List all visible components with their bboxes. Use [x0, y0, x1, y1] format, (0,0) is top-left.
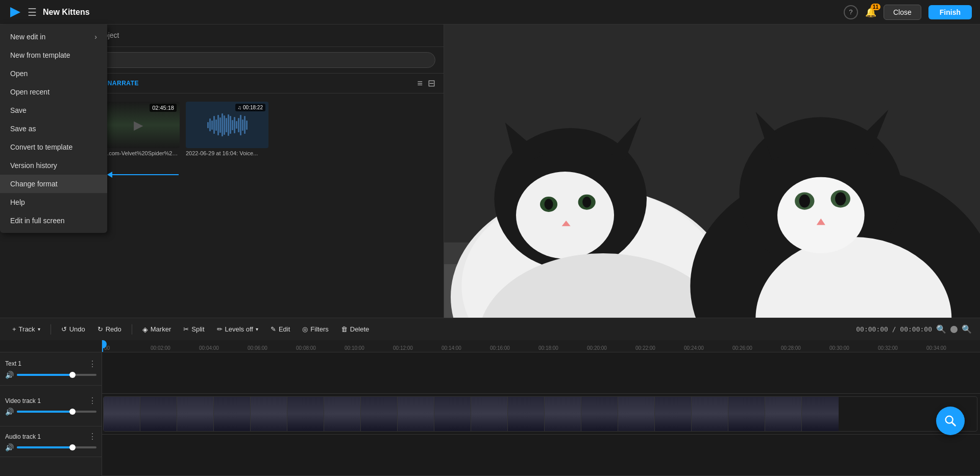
menu-item-save[interactable]: Save	[0, 101, 107, 120]
toolbar-separator	[51, 324, 51, 335]
notification-button[interactable]: 🔔 11	[865, 7, 876, 18]
chevron-down-small-icon: ▾	[38, 326, 40, 332]
menu-label-new-template: New from template	[10, 51, 70, 59]
volume-slider-video[interactable]	[17, 411, 96, 413]
fab-search-button[interactable]	[936, 407, 965, 435]
timeline-ruler: 00 00:02:00 00:04:00 00:06:00 00:08:00 0…	[102, 340, 980, 352]
menu-item-help[interactable]: Help	[0, 193, 107, 211]
thumb-15	[618, 397, 655, 432]
menu-item-open-recent[interactable]: Open recent	[0, 83, 107, 101]
volume-icon-3: 🔊	[5, 443, 14, 451]
thumb-5	[251, 397, 287, 432]
zoom-search-right-icon[interactable]: 🔍	[962, 324, 972, 334]
zoom-thumb[interactable]	[950, 326, 958, 333]
ruler-tick-1: 00:02:00	[151, 341, 170, 351]
redo-button[interactable]: ↻ Redo	[93, 323, 126, 335]
text-track-label: Text 1 ⋮ 🔊	[0, 352, 102, 386]
thumb-9	[398, 397, 434, 432]
ruler-tick-10: 00:20:00	[587, 341, 607, 351]
volume-slider-audio[interactable]	[17, 446, 96, 448]
thumb-13	[545, 397, 581, 432]
add-track-button[interactable]: + Track ▾	[8, 323, 44, 335]
edit-button[interactable]: ✎ Edit	[266, 323, 294, 335]
text-track-name: Text 1	[5, 360, 21, 367]
menu-item-save-as[interactable]: Save as	[0, 120, 107, 138]
menu-item-new-template[interactable]: New from template	[0, 46, 107, 64]
svg-point-24	[799, 195, 810, 208]
edit-icon: ✎	[271, 325, 276, 333]
thumb-20	[802, 397, 839, 432]
menu-item-version-history[interactable]: Version history	[0, 156, 107, 175]
video-track-label: Video track 1 ⋮ 🔊	[0, 386, 102, 426]
zoom-search-icon[interactable]: 🔍	[936, 324, 946, 334]
toolbar-separator-2	[132, 324, 132, 335]
playhead[interactable]	[102, 340, 104, 352]
video-track-volume: 🔊	[5, 408, 96, 416]
menu-button[interactable]: ☰	[28, 6, 37, 18]
menu-label-help: Help	[10, 198, 25, 206]
marker-label: Marker	[151, 325, 171, 333]
media-item-audio[interactable]: ♫ 00:18:22 2022-06-29 at 16:04: Voice...	[186, 102, 268, 156]
trash-icon: 🗑	[341, 325, 348, 333]
thumb-8	[361, 397, 398, 432]
media-item-label: 2022-06-29 at 16:04: Voice...	[186, 150, 268, 156]
video-clip[interactable]	[103, 396, 977, 432]
levels-label: Levels off	[225, 325, 253, 333]
fab-search-icon	[943, 414, 958, 428]
menu-item-open[interactable]: Open	[0, 64, 107, 83]
filters-button[interactable]: ◎ Filters	[298, 323, 332, 335]
thumb-7	[324, 397, 361, 432]
thumb-19	[765, 397, 802, 432]
undo-icon: ↺	[61, 325, 67, 333]
delete-button[interactable]: 🗑 Delete	[337, 323, 374, 335]
marker-button[interactable]: ◈ Marker	[138, 323, 175, 336]
chevron-levels-icon: ▾	[256, 326, 258, 332]
svg-point-13	[582, 197, 591, 207]
timeline-tracks: 00 00:02:00 00:04:00 00:06:00 00:08:00 0…	[102, 340, 980, 476]
text-track-volume: 🔊	[5, 371, 96, 379]
volume-slider-text[interactable]	[17, 374, 96, 376]
audio-track-menu-button[interactable]: ⋮	[88, 432, 96, 441]
ruler-tick-4: 00:08:00	[296, 341, 316, 351]
app-logo	[8, 5, 22, 19]
ruler-tick-15: 00:30:00	[829, 341, 849, 351]
text-track-menu-button[interactable]: ⋮	[88, 359, 96, 369]
menu-item-change-format[interactable]: Change format	[0, 175, 107, 193]
ruler-tick-6: 00:12:00	[393, 341, 413, 351]
svg-marker-0	[10, 7, 20, 17]
menu-label-open: Open	[10, 69, 28, 78]
redo-icon: ↻	[97, 325, 103, 333]
undo-button[interactable]: ↺ Undo	[57, 323, 89, 335]
filter-button[interactable]: ⊟	[428, 78, 435, 89]
levels-button[interactable]: ✏ Levels off ▾	[213, 323, 262, 335]
video-thumbnails-strip	[104, 397, 839, 432]
menu-label-open-recent: Open recent	[10, 88, 50, 96]
menu-item-fullscreen[interactable]: Edit in full screen	[0, 211, 107, 230]
close-button[interactable]: Close	[884, 5, 921, 20]
media-item-video[interactable]: ▶ 02:45:18 yt5s.com-Velvet%20Spider%20f.…	[97, 102, 180, 156]
narrate-label: NARRATE	[108, 80, 139, 87]
time-display: 00:00:00 / 00:00:00	[856, 325, 932, 333]
ruler-tick-17: 00:34:00	[926, 341, 946, 351]
thumb-4	[214, 397, 251, 432]
split-label: Split	[191, 325, 204, 333]
split-button[interactable]: ✂ Split	[179, 323, 208, 335]
menu-item-new-edit[interactable]: New edit in ›	[0, 28, 107, 46]
thumb-10	[434, 397, 471, 432]
audio-track-volume: 🔊	[5, 443, 96, 451]
menu-label-fullscreen: Edit in full screen	[10, 217, 65, 225]
help-button[interactable]: ?	[844, 5, 858, 19]
sort-button[interactable]: ≡	[417, 78, 423, 89]
track-labels: Text 1 ⋮ 🔊 Video track 1 ⋮	[0, 340, 102, 476]
ruler-tick-16: 00:32:00	[878, 341, 898, 351]
ruler-tick-2: 00:04:00	[199, 341, 219, 351]
chevron-right-icon: ›	[94, 33, 97, 41]
finish-button[interactable]: Finish	[928, 5, 972, 19]
menu-item-convert[interactable]: Convert to template	[0, 138, 107, 156]
menu-label-version-history: Version history	[10, 161, 57, 170]
video-track-menu-button[interactable]: ⋮	[88, 396, 96, 406]
menu-label-change-format: Change format	[10, 180, 58, 188]
arrow-head-icon	[107, 172, 112, 178]
thumb-6	[287, 397, 324, 432]
video-track-row[interactable]	[102, 394, 980, 435]
